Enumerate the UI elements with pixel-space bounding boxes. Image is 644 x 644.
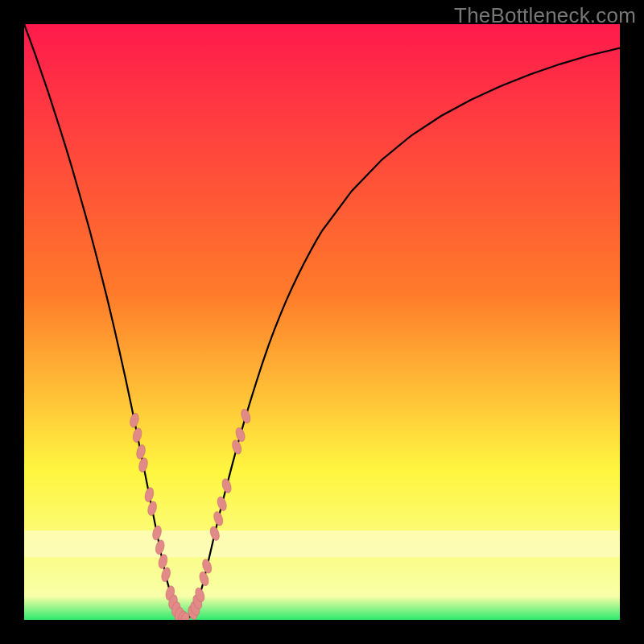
highlight-bands <box>24 530 620 557</box>
plot-area <box>24 24 620 620</box>
chart-frame: TheBottleneck.com <box>0 0 644 644</box>
chart-svg <box>24 24 620 620</box>
watermark-text: TheBottleneck.com <box>454 3 636 28</box>
highlight-band <box>24 530 620 557</box>
